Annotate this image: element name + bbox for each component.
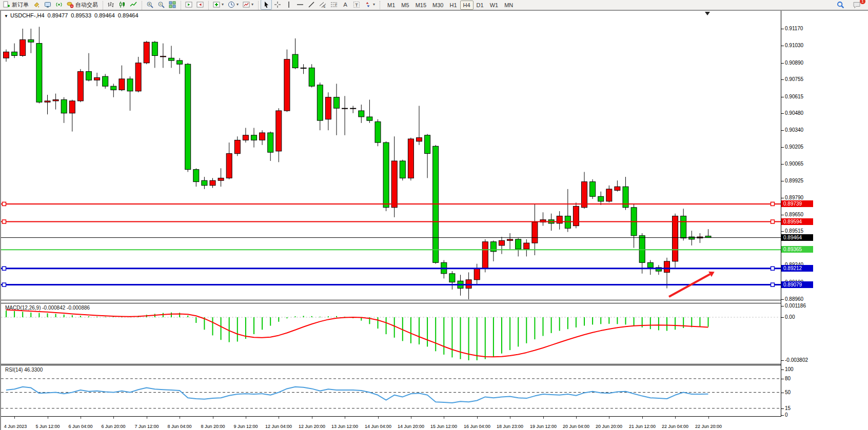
- candle-body-up: [499, 240, 505, 245]
- price-tick-label: 0.89650: [785, 212, 803, 217]
- scrollend-icon: [185, 1, 192, 8]
- time-tick-label: 22 Jun 04:00: [662, 424, 688, 429]
- time-tick: [411, 417, 411, 419]
- timeframe-d1-button[interactable]: D1: [474, 1, 487, 10]
- zoom-out-button[interactable]: [155, 0, 167, 10]
- rsi-chart[interactable]: [1, 365, 781, 416]
- price-line-label: 0.89739: [781, 200, 813, 207]
- notifications-button[interactable]: 1: [851, 0, 863, 10]
- timeframe-m5-button[interactable]: M5: [398, 1, 412, 10]
- price-tick-label: 0.90205: [785, 144, 803, 150]
- macd-panel: [1, 303, 781, 364]
- candle-body-up: [4, 52, 9, 58]
- shift-icon: [196, 1, 204, 8]
- arrows-button[interactable]: ▾: [362, 0, 377, 10]
- price-tick: [781, 231, 784, 232]
- candle-body-up: [77, 72, 83, 101]
- candle-body-down: [383, 142, 389, 208]
- bars-icon: [107, 1, 114, 8]
- cursor-icon: [263, 1, 270, 8]
- candle-body-down: [61, 100, 67, 113]
- fibonacci-button[interactable]: F: [328, 0, 340, 10]
- toolbar: 新订单自动交易▾▾▾EFAT▾ M1M5M15M30H1H4D1W1MN 1: [0, 0, 868, 10]
- tile-windows-button[interactable]: [167, 0, 178, 10]
- time-tick: [14, 417, 15, 419]
- candle-body-down: [152, 42, 157, 55]
- candle-body-up: [276, 111, 282, 151]
- crosshair-button[interactable]: [272, 0, 283, 10]
- chevron-down-icon[interactable]: ▼: [4, 14, 8, 18]
- rsi-axis-label: 80: [785, 376, 791, 381]
- candle-body-down: [202, 180, 207, 186]
- chart-shift-marker[interactable]: [705, 12, 710, 15]
- timeframe-h4-button[interactable]: H4: [460, 1, 474, 10]
- toolbar-right: 1: [835, 0, 867, 10]
- candle-body-down: [268, 133, 273, 152]
- chart-shift-button[interactable]: [194, 0, 206, 10]
- styles-button[interactable]: [31, 0, 42, 10]
- price-tick-label: 0.90340: [785, 127, 803, 133]
- periods-button[interactable]: ▾: [226, 0, 241, 10]
- timeframe-m1-button[interactable]: M1: [384, 1, 398, 10]
- timeframe-toolbar: M1M5M15M30H1H4D1W1MN: [384, 0, 516, 10]
- text-label-button[interactable]: T: [351, 0, 362, 10]
- macd-chart[interactable]: [1, 303, 781, 364]
- price-tick-label: 0.89925: [785, 178, 803, 183]
- new-order-button[interactable]: 新订单: [1, 0, 31, 10]
- price-line-label: 0.89464: [781, 234, 813, 241]
- candlestick-chart[interactable]: [1, 19, 781, 299]
- bar-chart-button[interactable]: [105, 0, 116, 10]
- rsi-panel: [1, 365, 781, 417]
- zoom-in-button[interactable]: [144, 0, 155, 10]
- toolbar-separator: [258, 1, 259, 10]
- macd-axis-tick: [781, 360, 784, 361]
- doc-plus-icon: [3, 1, 10, 8]
- price-line-label: 0.89079: [781, 281, 813, 288]
- channel-icon: E: [319, 1, 326, 8]
- rsi-label: RSI(14) 46.3300: [5, 367, 43, 373]
- horizontal-line-button[interactable]: [294, 0, 306, 10]
- chevron-down-icon: ▾: [251, 3, 253, 7]
- price-axis-separator: [781, 11, 781, 417]
- candlestick-chart-button[interactable]: [116, 0, 128, 10]
- auto-scroll-button[interactable]: [183, 0, 194, 10]
- line-chart-button[interactable]: [128, 0, 139, 10]
- price-tick-label: 0.90480: [785, 110, 803, 116]
- time-tick: [708, 417, 709, 419]
- candle-body-down: [516, 239, 521, 249]
- rsi-axis-tick: [781, 393, 784, 393]
- timeframe-m30-button[interactable]: M30: [429, 1, 446, 10]
- price-tick: [781, 97, 784, 97]
- timeframe-h1-button[interactable]: H1: [446, 1, 460, 10]
- time-tick-label: 6 Jun 04:00: [68, 424, 92, 429]
- signals-button[interactable]: [53, 0, 65, 10]
- candle-body-down: [400, 161, 405, 178]
- vline-icon: [285, 1, 292, 8]
- text-button[interactable]: A: [340, 0, 351, 10]
- symbol-period-label: USDCHF-,H4: [10, 12, 45, 18]
- autotrading-button[interactable]: 自动交易: [65, 0, 100, 10]
- svg-text:T: T: [355, 3, 358, 8]
- svg-text:E: E: [324, 5, 326, 8]
- timeframe-mn-button[interactable]: MN: [501, 1, 516, 10]
- time-tick-label: 19 Jun 12:00: [530, 424, 557, 429]
- candle-body-up: [474, 269, 480, 280]
- rsi-axis-label: 0: [785, 412, 788, 418]
- vertical-line-button[interactable]: [283, 0, 294, 10]
- price-tick: [781, 215, 784, 215]
- equidistant-channel-button[interactable]: E: [317, 0, 328, 10]
- candle-body-down: [12, 52, 17, 55]
- indicators-button[interactable]: ▾: [211, 0, 226, 10]
- timeframe-w1-button[interactable]: W1: [487, 1, 502, 10]
- terminal-button[interactable]: [42, 0, 53, 10]
- candle-body-down: [193, 170, 199, 182]
- search-button[interactable]: [835, 0, 846, 10]
- chart-window: ▼USDCHF-,H40.894770.895330.894640.89464 …: [0, 10, 868, 430]
- cursor-button[interactable]: [261, 0, 272, 10]
- time-tick-label: 6 Jun 20:00: [101, 424, 125, 429]
- timeframe-m15-button[interactable]: M15: [412, 1, 429, 10]
- time-tick: [312, 417, 312, 419]
- templates-button[interactable]: ▾: [241, 0, 255, 10]
- candle-body-down: [334, 97, 340, 109]
- trendline-button[interactable]: [306, 0, 317, 10]
